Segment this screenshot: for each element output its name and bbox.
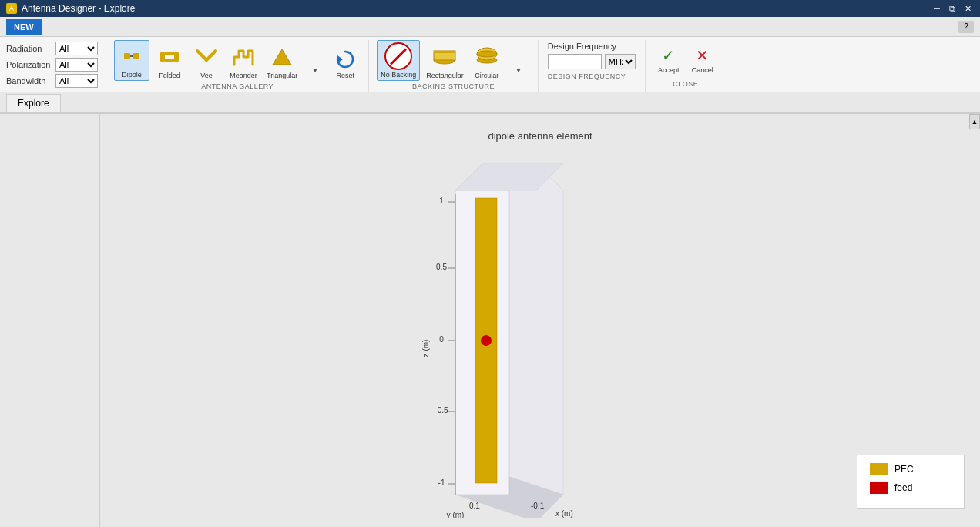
polarization-label: Polarization — [6, 60, 52, 69]
svg-line-7 — [197, 51, 206, 60]
backing-dropdown-icon — [509, 61, 528, 79]
app-icon: A — [6, 3, 17, 14]
svg-rect-1 — [133, 53, 139, 59]
svg-text:-1: -1 — [438, 478, 445, 487]
legend-pec-item: PEC — [870, 463, 951, 475]
svg-rect-3 — [160, 52, 165, 62]
restore-button[interactable]: ⧉ — [946, 2, 958, 15]
design-frequency-input[interactable] — [548, 54, 602, 69]
accept-label: Accept — [658, 66, 680, 74]
cancel-label: Cancel — [692, 66, 713, 74]
vee-label: Vee — [200, 72, 213, 79]
ribbon-top: NEW ? — [0, 17, 980, 37]
antenna-gallery-dropdown[interactable] — [304, 59, 327, 81]
backing-dropdown[interactable] — [507, 59, 530, 81]
antenna-container: dipole antenna element 1 — [386, 130, 694, 515]
reset-button[interactable]: Reset — [330, 45, 361, 81]
close-button[interactable]: ✕ — [962, 2, 974, 15]
svg-marker-18 — [516, 69, 521, 72]
svg-text:1: 1 — [439, 196, 444, 205]
feed-swatch — [870, 482, 888, 494]
rectangular-label: Rectangular — [426, 72, 464, 79]
legend-feed-item: feed — [870, 482, 951, 494]
circular-button[interactable]: Circular — [470, 42, 504, 81]
left-panel — [0, 114, 100, 527]
filter-section: Radiation AllOmniDirectional Polarizatio… — [6, 40, 106, 92]
vee-button[interactable]: Vee — [190, 42, 223, 81]
svg-line-8 — [206, 51, 216, 60]
design-frequency-section-label: DESIGN FREQUENCY — [548, 72, 636, 80]
svg-text:0.5: 0.5 — [436, 263, 447, 271]
accept-icon: ✓ — [658, 45, 680, 66]
triangular-label: Triangular — [267, 72, 297, 79]
design-frequency-label: Design Frequency — [548, 42, 636, 51]
meander-icon — [230, 43, 257, 71]
svg-marker-10 — [313, 69, 317, 72]
svg-rect-0 — [124, 53, 130, 59]
circular-icon — [473, 43, 501, 71]
meander-button[interactable]: Meander — [227, 42, 260, 81]
svg-text:z (m): z (m) — [421, 340, 430, 357]
pec-label: PEC — [894, 464, 914, 475]
no-backing-button[interactable]: No Backing — [377, 40, 420, 81]
circular-label: Circular — [475, 72, 498, 79]
svg-rect-6 — [165, 59, 174, 62]
dipole-button[interactable]: Dipole — [114, 40, 149, 81]
antenna-gallery-section: Dipole Folded — [106, 40, 369, 92]
rectangular-icon — [431, 43, 458, 71]
polarization-select[interactable]: AllLinearCircular — [55, 58, 98, 72]
svg-rect-14 — [434, 51, 455, 53]
legend: PEC feed — [857, 455, 965, 509]
radiation-select[interactable]: AllOmniDirectional — [55, 42, 98, 55]
triangular-button[interactable]: Triangular — [263, 42, 300, 81]
canvas-area: dipole antenna element 1 — [100, 114, 980, 527]
accept-button[interactable]: ✓ Accept — [655, 43, 683, 76]
backing-structure-section: No Backing Rectangular — [369, 40, 539, 92]
tabs-bar: Explore — [0, 92, 980, 114]
minimize-button[interactable]: ─ — [931, 2, 943, 15]
cancel-button[interactable]: ✕ Cancel — [689, 43, 717, 76]
svg-text:0: 0 — [439, 335, 444, 344]
ribbon-main: Radiation AllOmniDirectional Polarizatio… — [0, 37, 980, 92]
folded-icon — [156, 43, 183, 71]
antenna-title: dipole antenna element — [386, 130, 694, 142]
bandwidth-label: Bandwidth — [6, 76, 52, 86]
title-bar: A Antenna Designer - Explore ─ ⧉ ✕ — [0, 0, 980, 17]
design-frequency-section: Design Frequency MHzGHzkHz DESIGN FREQUE… — [539, 40, 646, 92]
svg-marker-11 — [337, 55, 343, 63]
bandwidth-select[interactable]: AllNarrowbandWideband — [55, 74, 98, 88]
new-button[interactable]: NEW — [6, 19, 42, 35]
no-backing-label: No Backing — [381, 71, 416, 79]
window-controls[interactable]: ─ ⧉ ✕ — [931, 2, 974, 15]
triangular-icon — [268, 43, 296, 71]
svg-point-17 — [477, 51, 497, 57]
svg-marker-9 — [273, 49, 291, 65]
scroll-indicator[interactable]: ▲ — [969, 114, 980, 129]
window-title: Antenna Designer - Explore — [22, 3, 135, 14]
vee-icon — [193, 43, 220, 71]
main-content: dipole antenna element 1 — [0, 114, 980, 527]
reset-label: Reset — [336, 72, 354, 79]
close-section: ✓ Accept ✕ Cancel CLOSE — [646, 40, 726, 92]
svg-rect-5 — [165, 52, 174, 55]
polarization-filter-row: Polarization AllLinearCircular — [6, 58, 99, 72]
close-section-label: CLOSE — [673, 80, 698, 88]
antenna-gallery-label: ANTENNA GALLERY — [201, 82, 274, 90]
design-frequency-unit-select[interactable]: MHzGHzkHz — [605, 54, 636, 69]
dipole-label: Dipole — [122, 71, 142, 79]
pec-swatch — [870, 463, 888, 475]
svg-text:-0.1: -0.1 — [531, 502, 545, 510]
ribbon: NEW ? Radiation AllOmniDirectional Polar… — [0, 17, 980, 92]
rectangular-button[interactable]: Rectangular — [423, 42, 467, 81]
svg-text:x (m): x (m) — [555, 509, 573, 518]
backing-structure-label: BACKING STRUCTURE — [412, 82, 495, 90]
svg-rect-4 — [174, 52, 179, 62]
explore-tab[interactable]: Explore — [6, 94, 61, 112]
dropdown-icon — [306, 61, 324, 79]
folded-button[interactable]: Folded — [153, 42, 186, 81]
meander-label: Meander — [230, 72, 257, 79]
reset-icon — [333, 47, 357, 72]
radiation-label: Radiation — [6, 44, 52, 53]
no-backing-icon — [384, 42, 412, 70]
help-icon[interactable]: ? — [958, 21, 974, 33]
